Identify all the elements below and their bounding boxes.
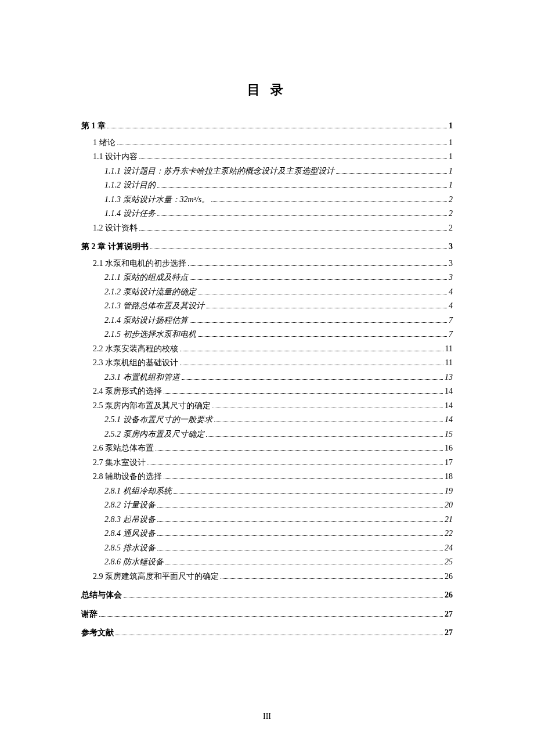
- toc-leader-dots: [116, 635, 443, 635]
- toc-leader-dots: [157, 187, 448, 188]
- toc-entry-text: 2.1.2 泵站设计流量的确定: [104, 285, 196, 300]
- toc-entry-text: 1 绪论: [93, 136, 116, 150]
- toc-entry-page: 2: [449, 193, 453, 207]
- toc-entry-page: 22: [445, 527, 453, 541]
- toc-leader-dots: [150, 249, 448, 249]
- toc-entry: 1.2 设计资料2: [93, 221, 453, 236]
- toc-leader-dots: [157, 507, 443, 507]
- toc-entry-text: 1.1.1 设计题目：苏丹东卡哈拉主泵站的概念设计及主泵选型设计: [104, 164, 334, 179]
- toc-leader-dots: [182, 379, 443, 380]
- toc-entry: 2.7 集水室设计17: [93, 456, 453, 470]
- toc-entry-page: 21: [445, 513, 453, 527]
- toc-leader-dots: [107, 128, 447, 128]
- toc-entry-page: 3: [449, 271, 453, 285]
- toc-entry: 2.1.2 泵站设计流量的确定4: [104, 285, 453, 300]
- toc-entry-text: 2.8.3 起吊设备: [104, 513, 156, 527]
- toc-entry-text: 2.4 泵房形式的选择: [93, 384, 162, 399]
- toc-entry-text: 2.6 泵站总体布置: [93, 441, 154, 456]
- toc-entry: 第 2 章 计算说明书3: [81, 240, 453, 254]
- toc-leader-dots: [198, 294, 448, 294]
- toc-leader-dots: [221, 578, 443, 579]
- toc-leader-dots: [157, 535, 443, 536]
- toc-entry-text: 2.8.1 机组冷却系统: [104, 484, 172, 499]
- toc-entry: 1.1.4 设计任务2: [104, 207, 453, 221]
- toc-entry: 2.4 泵房形式的选择14: [93, 384, 453, 399]
- toc-entry-page: 20: [445, 498, 453, 513]
- toc-entry-page: 25: [445, 555, 453, 570]
- toc-entry: 2.1 水泵和电机的初步选择3: [93, 257, 453, 271]
- toc-leader-dots: [206, 436, 443, 437]
- toc-leader-dots: [190, 322, 448, 323]
- toc-leader-dots: [165, 564, 443, 564]
- toc-entry-page: 27: [445, 607, 453, 622]
- toc-entry-page: 1: [449, 136, 453, 150]
- toc-entry-text: 2.3 水泵机组的基础设计: [93, 356, 178, 370]
- toc-entry-text: 2.1.5 初步选择水泵和电机: [104, 327, 196, 342]
- toc-entry-page: 24: [445, 541, 453, 556]
- toc-entry-page: 4: [449, 285, 453, 300]
- toc-leader-dots: [336, 173, 448, 174]
- toc-entry: 2.8.2 计量设备20: [104, 498, 453, 513]
- toc-leader-dots: [190, 279, 448, 280]
- toc-entry-text: 2.8.6 防水锤设备: [104, 555, 164, 570]
- toc-entry-text: 2.8.2 计量设备: [104, 498, 156, 513]
- toc-entry: 1.1.2 设计目的1: [104, 178, 453, 193]
- toc-entry-page: 14: [445, 384, 453, 399]
- toc-leader-dots: [174, 493, 443, 494]
- toc-entry: 2.1.4 泵站设计扬程估算7: [104, 314, 453, 328]
- toc-leader-dots: [198, 336, 448, 337]
- toc-entry: 1.1.1 设计题目：苏丹东卡哈拉主泵站的概念设计及主泵选型设计1: [104, 164, 453, 179]
- toc-entry: 1.1.3 泵站设计水量：32m³/s。2: [104, 193, 453, 207]
- toc-entry-text: 2.8.5 排水设备: [104, 541, 156, 556]
- toc-entry-text: 2.1.1 泵站的组成及特点: [104, 271, 188, 285]
- toc-leader-dots: [157, 550, 443, 550]
- toc-entry-page: 11: [445, 342, 453, 357]
- toc-entry-text: 2.5.1 设备布置尺寸的一般要求: [104, 413, 212, 427]
- toc-leader-dots: [164, 478, 443, 479]
- toc-entry-page: 27: [445, 626, 453, 640]
- toc-entry: 2.9 泵房建筑高度和平面尺寸的确定26: [93, 570, 453, 584]
- toc-entry-text: 1.1.2 设计目的: [104, 178, 156, 193]
- toc-entry-text: 2.5 泵房内部布置及其尺寸的确定: [93, 399, 211, 413]
- toc-entry-text: 第 2 章 计算说明书: [81, 240, 149, 254]
- toc-leader-dots: [99, 616, 443, 617]
- toc-leader-dots: [164, 393, 443, 394]
- toc-entry-page: 4: [449, 299, 453, 314]
- toc-entry-page: 15: [445, 427, 453, 442]
- toc-entry: 2.3 水泵机组的基础设计11: [93, 356, 453, 370]
- toc-entry: 2.5.2 泵房内布置及尺寸确定15: [104, 427, 453, 442]
- toc-leader-dots: [156, 450, 443, 451]
- toc-entry: 2.8.6 防水锤设备25: [104, 555, 453, 570]
- toc-entry-page: 19: [445, 484, 453, 499]
- toc-entry: 2.5.1 设备布置尺寸的一般要求14: [104, 413, 453, 427]
- toc-entry-page: 7: [449, 314, 453, 328]
- toc-entry-text: 总结与体会: [81, 588, 122, 603]
- toc-entry-page: 1: [449, 150, 453, 164]
- toc-leader-dots: [139, 159, 447, 159]
- toc-entry-text: 第 1 章: [81, 119, 106, 134]
- toc-leader-dots: [139, 230, 447, 231]
- toc-leader-dots: [147, 465, 443, 465]
- toc-entry-page: 16: [445, 441, 453, 456]
- toc-entry-page: 1: [449, 119, 453, 134]
- toc-entry-text: 2.7 集水室设计: [93, 456, 146, 470]
- toc-entry: 参考文献27: [81, 626, 453, 640]
- toc-entry-page: 17: [445, 456, 453, 470]
- toc-entry: 总结与体会26: [81, 588, 453, 603]
- toc-entry-text: 2.2 水泵安装高程的校核: [93, 342, 178, 357]
- toc-entry: 2.1.1 泵站的组成及特点3: [104, 271, 453, 285]
- toc-entry: 2.8.5 排水设备24: [104, 541, 453, 556]
- toc-leader-dots: [180, 365, 443, 365]
- toc-entry-text: 2.1.3 管路总体布置及其设计: [104, 299, 204, 314]
- toc-entry-page: 18: [445, 470, 453, 484]
- toc-entry-text: 2.9 泵房建筑高度和平面尺寸的确定: [93, 570, 219, 584]
- toc-entry-page: 13: [445, 370, 453, 385]
- toc-entry: 2.8.1 机组冷却系统19: [104, 484, 453, 499]
- toc-entry-text: 谢辞: [81, 607, 98, 622]
- toc-leader-dots: [214, 422, 443, 422]
- toc-entry: 2.3.1 布置机组和管道13: [104, 370, 453, 385]
- toc-entry-page: 7: [449, 327, 453, 342]
- toc-entry-page: 14: [445, 399, 453, 413]
- toc-entry-text: 1.1.3 泵站设计水量：32m³/s。: [104, 193, 210, 207]
- toc-leader-dots: [180, 351, 443, 351]
